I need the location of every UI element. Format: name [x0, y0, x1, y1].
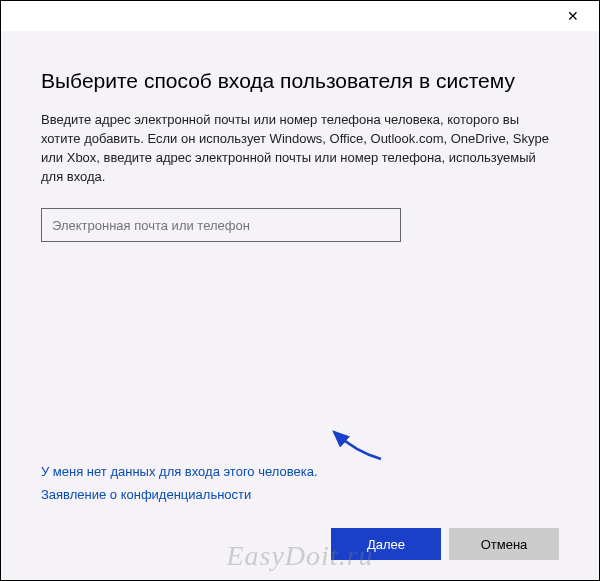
dialog-content: Выберите способ входа пользователя в сис…	[1, 31, 599, 580]
dialog-heading: Выберите способ входа пользователя в сис…	[41, 69, 559, 93]
cancel-button[interactable]: Отмена	[449, 528, 559, 560]
button-row: Далее Отмена	[41, 528, 559, 580]
next-button[interactable]: Далее	[331, 528, 441, 560]
dialog-description: Введите адрес электронной почты или номе…	[41, 111, 559, 186]
links-section: У меня нет данных для входа этого челове…	[41, 464, 559, 510]
spacer	[41, 242, 559, 464]
titlebar: ✕	[1, 1, 599, 31]
close-icon[interactable]: ✕	[559, 4, 587, 28]
no-credentials-link[interactable]: У меня нет данных для входа этого челове…	[41, 464, 559, 479]
email-phone-input[interactable]	[41, 208, 401, 242]
privacy-link[interactable]: Заявление о конфиденциальности	[41, 487, 559, 502]
